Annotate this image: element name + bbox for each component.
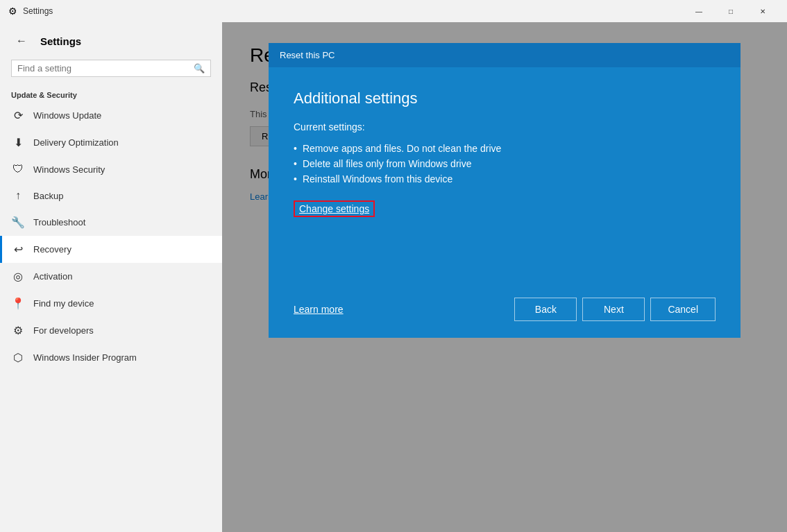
maximize-button[interactable]: □ — [715, 0, 747, 22]
sidebar-item-label: Find my device — [33, 298, 94, 309]
sidebar-item-label: Backup — [33, 191, 63, 201]
activation-icon: ◎ — [11, 270, 25, 283]
sidebar-item-label: Delivery Optimization — [33, 137, 119, 148]
for-developers-icon: ⚙ — [11, 324, 25, 337]
sidebar: ← Settings 🔍 Update & Security ⟳ Windows… — [0, 22, 222, 532]
sidebar-item-label: Windows Security — [33, 164, 105, 175]
find-device-icon: 📍 — [11, 297, 25, 310]
minimize-button[interactable]: — — [683, 0, 715, 22]
search-icon: 🔍 — [194, 63, 205, 74]
content-area: Recovery Reset this PC This will restart… — [222, 22, 787, 532]
sidebar-item-windows-update[interactable]: ⟳ Windows Update — [0, 102, 222, 129]
modal-label: Current settings: — [294, 121, 716, 132]
sidebar-item-label: Recovery — [33, 244, 71, 255]
sidebar-item-label: Windows Insider Program — [33, 352, 137, 363]
search-input[interactable] — [17, 63, 194, 74]
delivery-optimization-icon: ⬇ — [11, 136, 25, 149]
modal-header: Reset this PC — [269, 43, 741, 67]
recovery-icon: ↩ — [11, 243, 25, 256]
windows-security-icon: 🛡 — [11, 163, 25, 175]
modal-buttons: Back Next Cancel — [514, 298, 716, 321]
list-item: Reinstall Windows from this device — [294, 171, 716, 187]
modal-body: Additional settings Current settings: Re… — [269, 67, 741, 289]
modal-header-title: Reset this PC — [280, 50, 335, 60]
sidebar-item-label: Troubleshoot — [33, 217, 85, 228]
windows-insider-icon: ⬡ — [11, 351, 25, 364]
windows-update-icon: ⟳ — [11, 109, 25, 122]
sidebar-item-troubleshoot[interactable]: 🔧 Troubleshoot — [0, 209, 222, 236]
list-item: Delete all files only from Windows drive — [294, 156, 716, 171]
titlebar: ⚙ Settings — □ ✕ — [0, 0, 787, 22]
sidebar-nav-top: ← Settings — [0, 22, 222, 60]
modal-list: Remove apps and files. Do not clean the … — [294, 141, 716, 187]
app-icon: ⚙ — [8, 6, 17, 17]
titlebar-controls: — □ ✕ — [683, 0, 779, 22]
modal-title: Additional settings — [294, 89, 716, 108]
change-settings-link[interactable]: Change settings — [294, 200, 375, 217]
back-button[interactable]: Back — [514, 298, 577, 321]
troubleshoot-icon: 🔧 — [11, 216, 25, 229]
sidebar-app-title: Settings — [40, 35, 81, 47]
back-button[interactable]: ← — [11, 31, 32, 51]
app-container: ← Settings 🔍 Update & Security ⟳ Windows… — [0, 22, 787, 532]
sidebar-item-activation[interactable]: ◎ Activation — [0, 263, 222, 290]
sidebar-item-windows-insider[interactable]: ⬡ Windows Insider Program — [0, 344, 222, 371]
sidebar-item-delivery-optimization[interactable]: ⬇ Delivery Optimization — [0, 129, 222, 156]
sidebar-item-recovery[interactable]: ↩ Recovery — [0, 236, 222, 263]
sidebar-item-find-device[interactable]: 📍 Find my device — [0, 290, 222, 317]
sidebar-item-backup[interactable]: ↑ Backup — [0, 182, 222, 209]
modal-footer: Learn more Back Next Cancel — [269, 289, 741, 338]
next-button[interactable]: Next — [582, 298, 645, 321]
sidebar-item-windows-security[interactable]: 🛡 Windows Security — [0, 156, 222, 182]
sidebar-item-label: For developers — [33, 325, 94, 336]
sidebar-item-label: Activation — [33, 271, 72, 282]
search-box[interactable]: 🔍 — [11, 60, 211, 77]
sidebar-item-label: Windows Update — [33, 110, 101, 121]
sidebar-section-label: Update & Security — [0, 85, 222, 102]
list-item: Remove apps and files. Do not clean the … — [294, 141, 716, 156]
sidebar-item-for-developers[interactable]: ⚙ For developers — [0, 317, 222, 344]
cancel-button[interactable]: Cancel — [650, 298, 716, 321]
reset-pc-modal: Reset this PC Additional settings Curren… — [269, 43, 741, 338]
titlebar-left: ⚙ Settings — [8, 6, 53, 17]
backup-icon: ↑ — [11, 189, 25, 202]
learn-more-link[interactable]: Learn more — [294, 304, 344, 315]
close-button[interactable]: ✕ — [747, 0, 779, 22]
titlebar-title: Settings — [23, 6, 53, 16]
